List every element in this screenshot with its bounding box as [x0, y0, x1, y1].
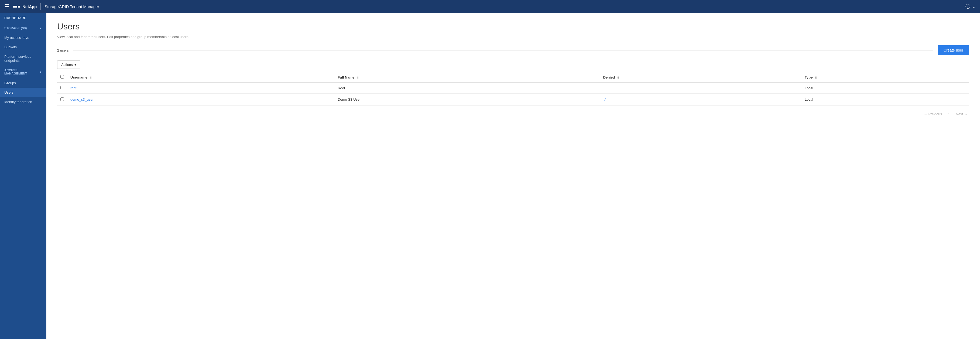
- select-all-cell: [57, 72, 67, 83]
- sidebar-item-buckets[interactable]: Buckets: [0, 42, 46, 52]
- page-title: Users: [57, 22, 969, 32]
- storage-chevron-icon: ▲: [39, 27, 42, 30]
- cell-type: Local: [802, 94, 969, 106]
- sidebar-item-my-access-keys[interactable]: My access keys: [0, 33, 46, 42]
- sidebar-item-identity-federation[interactable]: Identity federation: [0, 97, 46, 107]
- cell-fullname: Demo S3 User: [334, 94, 600, 106]
- help-icon[interactable]: ⓘ ⌄: [966, 3, 976, 10]
- nav-divider: [40, 3, 41, 10]
- users-count: 2 users: [57, 48, 69, 52]
- type-sort-icon[interactable]: ⇅: [815, 76, 817, 79]
- header-right-icons: ⓘ ⌄: [966, 3, 976, 10]
- cell-username: root: [67, 82, 334, 94]
- row-checkbox[interactable]: [60, 98, 64, 101]
- sidebar: DASHBOARD STORAGE (S3) ▲ My access keys …: [0, 13, 46, 339]
- prev-arrow-icon: ←: [924, 112, 927, 116]
- row-checkbox[interactable]: [60, 86, 64, 90]
- next-arrow-icon: →: [964, 112, 967, 116]
- logo-area: NetApp: [13, 4, 37, 9]
- select-all-checkbox[interactable]: [60, 75, 64, 78]
- col-header-type: Type ⇅: [802, 72, 969, 83]
- table-row: demo_s3_userDemo S3 User✓Local: [57, 94, 969, 106]
- users-table: Username ⇅ Full Name ⇅ Denied ⇅ Type ⇅: [57, 72, 969, 106]
- hamburger-icon[interactable]: ☰: [4, 3, 9, 10]
- previous-button[interactable]: ← Previous: [922, 111, 943, 117]
- main-layout: DASHBOARD STORAGE (S3) ▲ My access keys …: [0, 13, 980, 339]
- col-header-username: Username ⇅: [67, 72, 334, 83]
- pagination: ← Previous 1 Next →: [57, 106, 969, 117]
- actions-label: Actions: [61, 62, 73, 67]
- denied-sort-icon[interactable]: ⇅: [617, 76, 619, 79]
- app-title: StorageGRID Tenant Manager: [45, 4, 99, 9]
- logo-text: NetApp: [22, 4, 37, 9]
- access-section-label: ACCESS MANAGEMENT: [4, 69, 39, 75]
- cell-username: demo_s3_user: [67, 94, 334, 106]
- main-content: Users View local and federated users. Ed…: [46, 13, 980, 339]
- actions-button[interactable]: Actions ▾: [57, 61, 80, 69]
- previous-label: Previous: [928, 112, 942, 116]
- actions-row: Actions ▾: [57, 61, 969, 69]
- page-description: View local and federated users. Edit pro…: [57, 35, 969, 39]
- username-sort-icon[interactable]: ⇅: [89, 76, 92, 79]
- create-user-button[interactable]: Create user: [938, 45, 969, 55]
- toolbar-separator: [73, 50, 933, 51]
- netapp-logo: [13, 6, 20, 8]
- denied-checkmark-icon: ✓: [603, 97, 607, 102]
- table-header-row: Username ⇅ Full Name ⇅ Denied ⇅ Type ⇅: [57, 72, 969, 83]
- col-header-fullname: Full Name ⇅: [334, 72, 600, 83]
- toolbar-row: 2 users Create user: [57, 45, 969, 55]
- cell-denied: [600, 82, 802, 94]
- sidebar-section-storage[interactable]: STORAGE (S3) ▲: [0, 23, 46, 33]
- next-button[interactable]: Next →: [954, 111, 969, 117]
- col-header-denied: Denied ⇅: [600, 72, 802, 83]
- sidebar-section-access[interactable]: ACCESS MANAGEMENT ▲: [0, 65, 46, 78]
- fullname-sort-icon[interactable]: ⇅: [356, 76, 359, 79]
- current-page: 1: [946, 111, 952, 117]
- access-chevron-icon: ▲: [39, 70, 42, 74]
- sidebar-item-users[interactable]: Users: [0, 88, 46, 97]
- sidebar-item-dashboard[interactable]: DASHBOARD: [0, 13, 46, 23]
- sidebar-item-platform-services[interactable]: Platform services endpoints: [0, 52, 46, 65]
- sidebar-item-groups[interactable]: Groups: [0, 78, 46, 88]
- top-nav: ☰ NetApp StorageGRID Tenant Manager ⓘ ⌄: [0, 0, 980, 13]
- username-link[interactable]: root: [70, 86, 76, 90]
- next-label: Next: [956, 112, 963, 116]
- cell-type: Local: [802, 82, 969, 94]
- storage-section-label: STORAGE (S3): [4, 26, 27, 30]
- cell-denied: ✓: [600, 94, 802, 106]
- cell-fullname: Root: [334, 82, 600, 94]
- actions-chevron-icon: ▾: [75, 62, 76, 67]
- table-row: rootRootLocal: [57, 82, 969, 94]
- username-link[interactable]: demo_s3_user: [70, 98, 94, 101]
